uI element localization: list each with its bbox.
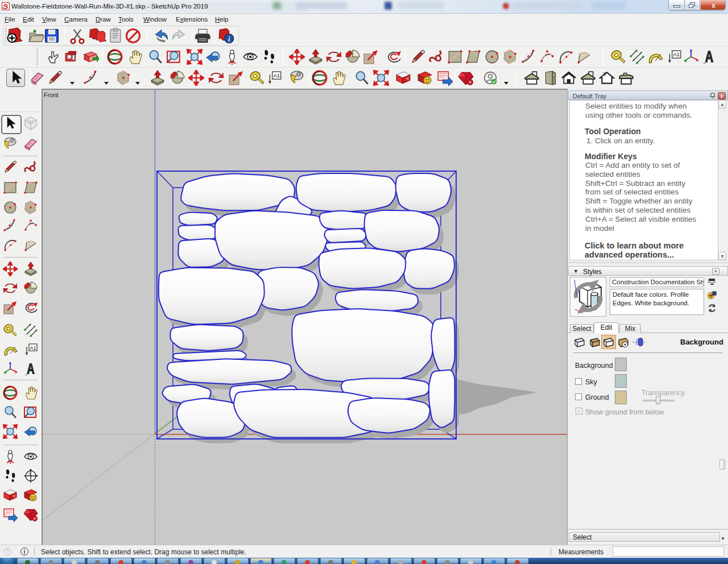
svg-text:A1: A1	[273, 72, 280, 78]
svg-text:A1: A1	[673, 51, 680, 57]
svg-text:N: N	[28, 472, 31, 475]
svg-text:A1: A1	[30, 345, 36, 351]
svg-text:i: i	[228, 35, 230, 43]
